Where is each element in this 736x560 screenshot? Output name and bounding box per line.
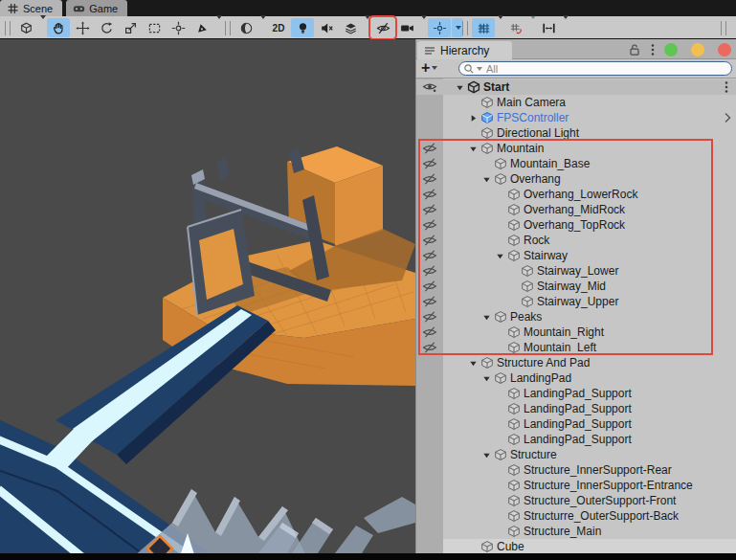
- hidden-eye-slash-icon[interactable]: [416, 325, 443, 340]
- hierarchy-item-mountain-base[interactable]: Mountain_Base: [416, 156, 736, 171]
- expander-open-icon[interactable]: [480, 447, 493, 462]
- window-dot-green[interactable]: [664, 43, 678, 56]
- hierarchy-item-stairway-mid[interactable]: Stairway_Mid: [416, 279, 736, 294]
- toolbar-drag-handle[interactable]: [5, 21, 11, 35]
- add-object-button[interactable]: +: [421, 60, 437, 76]
- hierarchy-item-structure-outersupport-front[interactable]: Structure_OuterSupport-Front: [416, 493, 736, 508]
- tool-handle-settings-dropdown-caret[interactable]: [38, 19, 46, 36]
- snap-move-dropdown-caret[interactable]: [561, 19, 569, 36]
- hidden-eye-slash-icon[interactable]: [416, 233, 443, 248]
- hierarchy-item-directional-light[interactable]: Directional Light: [416, 125, 736, 141]
- hierarchy-item-stairway-upper[interactable]: Stairway_Upper: [416, 294, 736, 309]
- hierarchy-item-landingpad-support[interactable]: LandingPad_Support: [416, 401, 736, 416]
- snap-increment-button[interactable]: [504, 18, 527, 37]
- hidden-eye-slash-icon[interactable]: [416, 171, 443, 187]
- toolbar-drag-handle[interactable]: [721, 21, 726, 35]
- hierarchy-item-mountain-left[interactable]: Mountain_Left: [416, 340, 736, 355]
- audio-toggle-button[interactable]: [315, 18, 338, 37]
- custom-tool-dropdown-caret[interactable]: [214, 19, 222, 36]
- expander-open-icon[interactable]: [493, 248, 506, 263]
- rect-tool-button[interactable]: [143, 18, 166, 37]
- hidden-eye-slash-icon[interactable]: [416, 187, 443, 202]
- hierarchy-item-landingpad-support[interactable]: LandingPad_Support: [416, 416, 736, 432]
- effects-toggle-button[interactable]: [339, 18, 362, 37]
- hierarchy-item-mountain-right[interactable]: Mountain_Right: [416, 325, 736, 340]
- window-dot-red[interactable]: [718, 43, 731, 56]
- gizmos-toggle-button[interactable]: [428, 18, 451, 37]
- expander-open-icon[interactable]: [480, 370, 493, 386]
- hand-tool-button[interactable]: [47, 18, 70, 37]
- expander-open-icon[interactable]: [480, 309, 493, 325]
- tab-scene[interactable]: Scene: [0, 0, 62, 16]
- expander-closed-icon[interactable]: [466, 110, 480, 125]
- hidden-eye-slash-icon[interactable]: [416, 141, 443, 156]
- hierarchy-item-stairway-lower[interactable]: Stairway_Lower: [416, 263, 736, 279]
- draw-mode-dropdown-caret[interactable]: [258, 19, 266, 36]
- move-tool-button[interactable]: [71, 18, 94, 37]
- hidden-eye-slash-icon[interactable]: [416, 202, 443, 217]
- hidden-eye-slash-icon[interactable]: [416, 340, 443, 355]
- search-input[interactable]: [482, 63, 731, 75]
- grid-visibility-dropdown-caret[interactable]: [496, 19, 503, 36]
- prefab-open-chevron-icon[interactable]: [724, 112, 731, 123]
- expander-open-icon[interactable]: [466, 141, 480, 156]
- expander-open-icon[interactable]: [466, 355, 480, 370]
- hidden-eye-slash-icon[interactable]: [416, 309, 443, 325]
- hierarchy-item-cube[interactable]: Cube: [416, 539, 736, 553]
- hierarchy-item-fpscontroller[interactable]: FPSController: [416, 110, 736, 125]
- hidden-eye-slash-icon[interactable]: [416, 248, 443, 263]
- 2d-toggle-button[interactable]: 2D: [267, 18, 290, 37]
- effects-toggle-dropdown-caret[interactable]: [363, 19, 370, 36]
- hierarchy-item-overhang[interactable]: Overhang: [416, 171, 736, 187]
- expander-open-icon[interactable]: [480, 171, 493, 187]
- hierarchy-item-structure-and-pad[interactable]: Structure And Pad: [416, 355, 736, 370]
- hierarchy-item-rock[interactable]: Rock: [416, 233, 736, 248]
- transform-tool-button[interactable]: [167, 18, 190, 37]
- scale-tool-button[interactable]: [119, 18, 142, 37]
- hierarchy-item-structure-innersupport-rear[interactable]: Structure_InnerSupport-Rear: [416, 462, 736, 478]
- hierarchy-item-structure-innersupport-entrance[interactable]: Structure_InnerSupport-Entrance: [416, 478, 736, 493]
- hierarchy-item-structurre-outersupport-back[interactable]: Structurre_OuterSupport-Back: [416, 508, 736, 524]
- kebab-menu-icon[interactable]: [650, 43, 656, 56]
- hierarchy-item-start[interactable]: Start: [416, 79, 736, 95]
- hidden-eye-slash-icon[interactable]: [416, 263, 443, 279]
- hierarchy-item-peaks[interactable]: Peaks: [416, 309, 736, 325]
- hierarchy-item-stairway[interactable]: Stairway: [416, 248, 736, 263]
- hierarchy-item-landingpad-support[interactable]: LandingPad_Support: [416, 432, 736, 447]
- hidden-eye-slash-icon[interactable]: [416, 279, 443, 294]
- hidden-eye-slash-icon[interactable]: [416, 156, 443, 171]
- toolbar-drag-handle[interactable]: [462, 21, 468, 35]
- scene-kebab-menu-icon[interactable]: [725, 80, 728, 94]
- scene-viewport[interactable]: [0, 39, 415, 553]
- expander-open-icon[interactable]: [453, 79, 466, 95]
- hidden-eye-slash-icon[interactable]: [416, 294, 443, 309]
- hierarchy-item-overhang-toprock[interactable]: Overhang_TopRock: [416, 217, 736, 233]
- hierarchy-item-structure-main[interactable]: Structure_Main: [416, 524, 736, 539]
- hierarchy-item-overhang-lowerrock[interactable]: Overhang_LowerRock: [416, 187, 736, 202]
- hierarchy-item-mountain[interactable]: Mountain: [416, 141, 736, 156]
- hierarchy-item-structure[interactable]: Structure: [416, 447, 736, 462]
- tab-game[interactable]: Game: [66, 0, 127, 16]
- hierarchy-item-main-camera[interactable]: Main Camera: [416, 95, 736, 110]
- custom-tool-button[interactable]: [190, 18, 213, 37]
- snap-increment-dropdown-caret[interactable]: [528, 19, 536, 36]
- lock-icon[interactable]: [628, 43, 641, 56]
- camera-toggle-dropdown-caret[interactable]: [419, 19, 427, 36]
- lighting-toggle-button[interactable]: [291, 18, 314, 37]
- pivot-icon: [19, 21, 33, 35]
- hierarchy-item-overhang-midrock[interactable]: Overhang_MidRock: [416, 202, 736, 217]
- hidden-eye-slash-icon[interactable]: [416, 217, 443, 233]
- grid-visibility-button[interactable]: [472, 18, 495, 37]
- camera-toggle-button[interactable]: [395, 18, 418, 37]
- hidden-objects-toggle-button[interactable]: [371, 18, 394, 37]
- window-dot-yellow[interactable]: [691, 43, 704, 56]
- rotate-tool-button[interactable]: [95, 18, 118, 37]
- visibility-eye-icon[interactable]: [416, 79, 443, 95]
- tab-hierarchy[interactable]: Hierarchy: [417, 41, 512, 59]
- toolbar-drag-handle[interactable]: [225, 21, 231, 35]
- snap-move-button[interactable]: [537, 18, 560, 37]
- draw-mode-button[interactable]: [234, 18, 257, 37]
- tool-handle-settings-button[interactable]: [14, 18, 37, 37]
- hierarchy-item-landingpad-support[interactable]: LandingPad_Support: [416, 386, 736, 401]
- hierarchy-item-landingpad[interactable]: LandingPad: [416, 370, 736, 386]
